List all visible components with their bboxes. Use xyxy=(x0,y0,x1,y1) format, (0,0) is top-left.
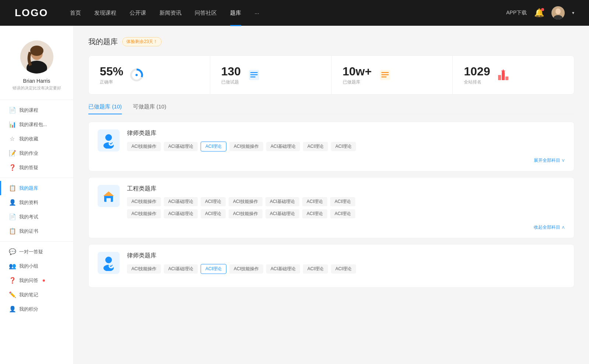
notification-dot xyxy=(541,8,544,11)
stat-ranking-label: 全站排名 xyxy=(464,79,482,85)
user-dropdown-arrow[interactable]: ▾ xyxy=(572,10,574,15)
sidebar-label-exams: 我的考试 xyxy=(19,214,38,220)
sidebar-item-notes[interactable]: ✏️ 我的笔记 xyxy=(0,288,73,302)
sidebar-item-course-packages[interactable]: 📊 我的课程包... xyxy=(0,117,73,132)
tag-2-2[interactable]: ACI理论 xyxy=(201,264,226,274)
user-avatar xyxy=(20,40,53,74)
course-packages-icon: 📊 xyxy=(9,121,15,128)
nav-news[interactable]: 新闻资讯 xyxy=(159,10,181,17)
sidebar-item-exams[interactable]: 📄 我的考试 xyxy=(0,210,73,224)
tag-2-4[interactable]: ACI基础理论 xyxy=(266,264,300,274)
nav-discover[interactable]: 发现课程 xyxy=(94,10,116,17)
tag-0-1[interactable]: ACI基础理论 xyxy=(164,142,198,151)
user-avatar-nav[interactable] xyxy=(551,6,565,19)
bank-name-0: 律师类题库 xyxy=(127,129,565,137)
tag-0-5[interactable]: ACI理论 xyxy=(303,142,328,151)
collapse-link-1[interactable]: 收起全部科目 ∧ xyxy=(98,224,565,231)
nav-links: 首页 发现课程 公开课 新闻资讯 问答社区 题库 ··· xyxy=(70,10,506,17)
user-profile: Brian Harris 错误的决定比没有决定要好 xyxy=(0,33,73,97)
nav-open-course[interactable]: 公开课 xyxy=(130,10,146,17)
tag-1-6[interactable]: ACI理论 xyxy=(330,197,355,206)
sidebar-label-notes: 我的笔记 xyxy=(19,292,38,298)
bank-tags-2: ACI技能操作 ACI基础理论 ACI理论 ACI技能操作 ACI基础理论 AC… xyxy=(127,264,565,274)
sidebar-item-homework[interactable]: 📝 我的作业 xyxy=(0,146,73,160)
sidebar: Brian Harris 错误的决定比没有决定要好 📄 我的课程 📊 我的课程包… xyxy=(0,26,74,364)
tag-1-extra-2[interactable]: ACI理论 xyxy=(201,209,226,218)
stat-done-banks-label: 已做题库 xyxy=(343,79,360,85)
sidebar-item-qa[interactable]: ❓ 我的答疑 xyxy=(0,160,73,175)
tag-1-extra-5[interactable]: ACI理论 xyxy=(302,209,327,218)
tag-1-0[interactable]: ACI技能操作 xyxy=(127,197,161,206)
tag-2-0[interactable]: ACI技能操作 xyxy=(127,264,161,274)
tag-0-0[interactable]: ACI技能操作 xyxy=(127,142,161,151)
tag-0-3[interactable]: ACI技能操作 xyxy=(229,142,263,151)
nav-qa[interactable]: 问答社区 xyxy=(195,10,217,17)
tag-1-4[interactable]: ACI基础理论 xyxy=(265,197,299,206)
tag-0-2[interactable]: ACI理论 xyxy=(201,142,226,151)
tag-1-extra-0[interactable]: ACI技能操作 xyxy=(127,209,161,218)
sidebar-item-courses[interactable]: 📄 我的课程 xyxy=(0,103,73,117)
bank-icon-engineer-1 xyxy=(98,185,120,207)
tag-2-1[interactable]: ACI基础理论 xyxy=(164,264,198,274)
favorites-icon: ☆ xyxy=(9,135,15,142)
svg-rect-13 xyxy=(250,74,258,75)
sidebar-item-certificates[interactable]: 📋 我的证书 xyxy=(0,224,73,238)
stat-ranking-value: 1029 xyxy=(464,65,490,78)
page-header: 我的题库 体验剩余23天！ xyxy=(88,37,574,47)
sidebar-item-my-qa[interactable]: ❓ 我的问答 xyxy=(0,273,73,288)
tag-2-5[interactable]: ACI理论 xyxy=(303,264,328,274)
sidebar-label-homework: 我的作业 xyxy=(19,150,38,157)
sidebar-item-materials[interactable]: 👤 我的资料 xyxy=(0,195,73,210)
bank-card-1: 工程类题库 ACI技能操作 ACI基础理论 ACI理论 ACI技能操作 ACI基… xyxy=(88,177,574,238)
stat-done-banks: 10w+ 已做题库 xyxy=(332,56,453,94)
sidebar-label-qa: 我的答疑 xyxy=(19,164,38,171)
svg-rect-16 xyxy=(381,72,389,73)
tab-available-banks[interactable]: 可做题库 (10) xyxy=(133,103,166,114)
svg-point-28 xyxy=(107,193,110,196)
tag-2-3[interactable]: ACI技能操作 xyxy=(229,264,263,274)
tag-1-extra-6[interactable]: ACI理论 xyxy=(330,209,355,218)
tag-1-1[interactable]: ACI基础理论 xyxy=(164,197,198,206)
svg-rect-12 xyxy=(250,72,258,73)
ranking-icon xyxy=(496,68,511,82)
nav-question-bank[interactable]: 题库 xyxy=(230,10,241,17)
navbar: LOGO 首页 发现课程 公开课 新闻资讯 问答社区 题库 ··· APP下载 … xyxy=(0,0,589,26)
tag-1-2[interactable]: ACI理论 xyxy=(201,197,226,206)
app-download-button[interactable]: APP下载 xyxy=(506,10,527,16)
my-qa-red-dot xyxy=(43,279,45,282)
certificates-icon: 📋 xyxy=(9,228,15,235)
sidebar-label-question-bank: 我的题库 xyxy=(19,185,38,192)
main-content: 我的题库 体验剩余23天！ 55% 正确率 xyxy=(74,26,589,364)
qa-icon: ❓ xyxy=(9,164,15,171)
tag-1-3[interactable]: ACI技能操作 xyxy=(229,197,262,206)
bank-tags-1-row2: ACI技能操作 ACI基础理论 ACI理论 ACI技能操作 ACI基础理论 AC… xyxy=(127,209,565,218)
sidebar-item-points[interactable]: 👤 我的积分 xyxy=(0,302,73,316)
tag-2-6[interactable]: ACI理论 xyxy=(331,264,356,274)
svg-rect-19 xyxy=(498,75,501,80)
expand-link-0[interactable]: 展开全部科目 ∨ xyxy=(98,157,565,164)
sidebar-item-favorites[interactable]: ☆ 我的收藏 xyxy=(0,132,73,146)
tag-1-5[interactable]: ACI理论 xyxy=(302,197,327,206)
nav-home[interactable]: 首页 xyxy=(70,10,81,17)
sidebar-item-one-on-one[interactable]: 💬 一对一答疑 xyxy=(0,245,73,259)
sidebar-item-groups[interactable]: 👥 我的小组 xyxy=(0,259,73,273)
tag-1-extra-3[interactable]: ACI技能操作 xyxy=(229,209,262,218)
stat-done-questions-label: 已做试题 xyxy=(221,79,239,85)
sidebar-label-groups: 我的小组 xyxy=(19,263,38,270)
tag-0-6[interactable]: ACI理论 xyxy=(331,142,356,151)
tag-1-extra-4[interactable]: ACI基础理论 xyxy=(265,209,299,218)
main-layout: Brian Harris 错误的决定比没有决定要好 📄 我的课程 📊 我的课程包… xyxy=(0,26,589,364)
my-qa-icon: ❓ xyxy=(9,277,15,284)
homework-icon: 📝 xyxy=(9,150,15,157)
sidebar-item-question-bank[interactable]: 📋 我的题库 xyxy=(0,181,73,195)
tab-done-banks[interactable]: 已做题库 (10) xyxy=(88,103,122,114)
exams-icon: 📄 xyxy=(9,213,15,220)
sidebar-divider-3 xyxy=(0,241,73,242)
svg-rect-21 xyxy=(505,76,508,80)
notification-bell[interactable]: 🔔 xyxy=(534,8,544,18)
stats-row: 55% 正确率 130 已做试题 xyxy=(88,56,574,94)
tag-0-4[interactable]: ACI基础理论 xyxy=(266,142,300,151)
tag-1-extra-1[interactable]: ACI基础理论 xyxy=(164,209,198,218)
sidebar-label-points: 我的积分 xyxy=(19,306,38,313)
nav-more[interactable]: ··· xyxy=(254,10,259,16)
